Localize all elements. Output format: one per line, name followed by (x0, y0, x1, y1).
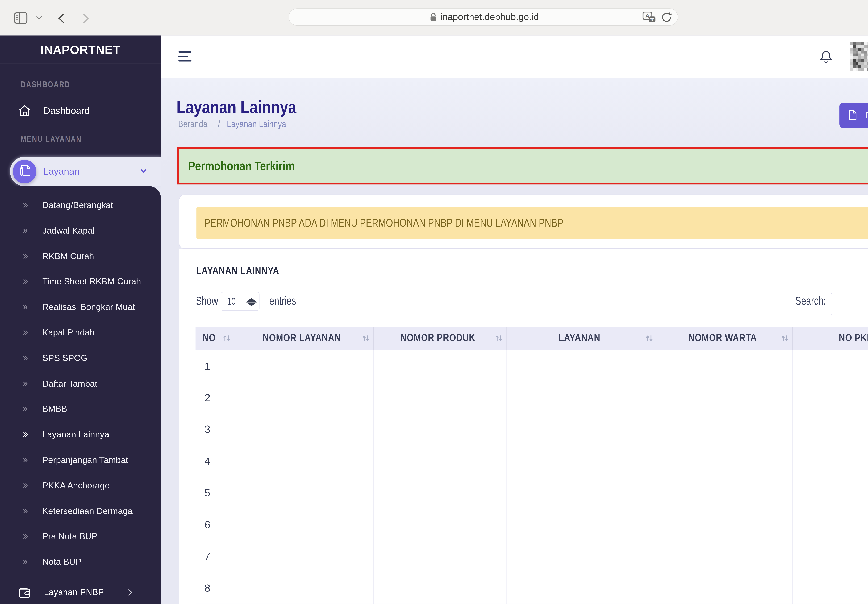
svg-text:文: 文 (650, 17, 654, 22)
svg-text:A: A (645, 13, 649, 19)
